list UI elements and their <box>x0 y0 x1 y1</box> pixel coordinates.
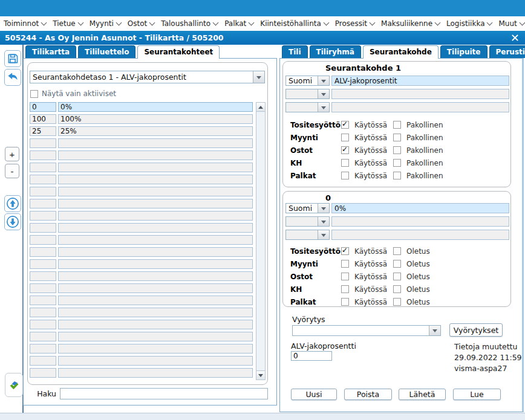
row-name-cell[interactable]: 25% <box>58 126 253 136</box>
row-code-cell[interactable]: 100 <box>30 114 56 124</box>
table-row[interactable] <box>30 138 255 148</box>
table-row[interactable] <box>30 223 255 233</box>
table-row[interactable] <box>30 235 255 245</box>
row-code-cell[interactable] <box>30 138 56 148</box>
row-name-cell[interactable] <box>58 138 253 148</box>
remove-row-button[interactable]: - <box>5 164 19 178</box>
kaytossa-checkbox[interactable] <box>341 146 349 154</box>
option-checkbox[interactable] <box>393 285 401 293</box>
uusi-button[interactable]: Uusi <box>291 389 337 400</box>
language-select[interactable] <box>285 230 330 240</box>
option-checkbox[interactable] <box>393 247 401 255</box>
kaytossa-checkbox[interactable] <box>341 172 349 179</box>
menu-prosessit[interactable]: Prosessit <box>335 19 374 28</box>
row-name-cell[interactable] <box>58 308 253 317</box>
table-row[interactable]: 100100% <box>30 114 255 124</box>
option-checkbox[interactable] <box>393 121 401 129</box>
row-code-cell[interactable] <box>30 150 56 160</box>
row-name-cell[interactable] <box>58 320 253 329</box>
row-name-cell[interactable] <box>58 271 253 281</box>
row-code-cell[interactable] <box>30 271 56 281</box>
language-select[interactable] <box>285 89 330 99</box>
row-code-cell[interactable] <box>30 320 56 329</box>
row-name-cell[interactable] <box>58 163 253 172</box>
menu-toiminnot[interactable]: Toiminnot <box>4 19 46 28</box>
row-code-cell[interactable] <box>30 368 56 378</box>
search-input[interactable] <box>60 388 268 399</box>
tab-tili[interactable]: Tili <box>282 45 308 58</box>
table-row[interactable]: 00% <box>30 102 255 112</box>
table-row[interactable] <box>30 332 255 341</box>
name-field[interactable] <box>331 230 509 240</box>
language-select[interactable] <box>285 102 330 112</box>
menu-palkat[interactable]: Palkat <box>224 19 253 28</box>
row-name-cell[interactable] <box>58 199 253 208</box>
row-name-cell[interactable] <box>58 235 253 245</box>
row-name-cell[interactable] <box>58 175 253 184</box>
tab-seurantakohteet[interactable]: Seurantakohteet <box>137 45 220 59</box>
table-row[interactable] <box>30 259 255 269</box>
menu-taloushallinto[interactable]: Taloushallinto <box>161 19 218 28</box>
menu-myynti[interactable]: Myynti <box>90 19 121 28</box>
table-row[interactable] <box>30 163 255 172</box>
row-code-cell[interactable] <box>30 199 56 208</box>
save-button[interactable] <box>4 50 21 67</box>
row-name-cell[interactable] <box>58 259 253 269</box>
table-row[interactable] <box>30 344 255 354</box>
row-code-cell[interactable]: 25 <box>30 126 56 136</box>
option-checkbox[interactable] <box>393 159 401 167</box>
name-field[interactable] <box>331 102 509 112</box>
row-code-cell[interactable] <box>30 296 56 305</box>
menu-logistiikka[interactable]: Logistiikka <box>446 19 492 28</box>
row-name-cell[interactable] <box>58 344 253 354</box>
row-name-cell[interactable] <box>58 211 253 221</box>
table-row[interactable] <box>30 356 255 366</box>
row-name-cell[interactable] <box>58 187 253 196</box>
language-select[interactable]: Suomi <box>285 203 330 213</box>
laheta-button[interactable]: Lähetä <box>399 389 446 400</box>
alv-input[interactable] <box>291 351 332 361</box>
table-row[interactable] <box>30 368 255 378</box>
row-code-cell[interactable] <box>30 163 56 172</box>
row-code-cell[interactable] <box>30 235 56 245</box>
close-button[interactable] <box>509 33 520 44</box>
table-row[interactable] <box>30 187 255 196</box>
table-row[interactable] <box>30 150 255 160</box>
row-name-cell[interactable] <box>58 283 253 293</box>
menu-kiinteistöhallinta[interactable]: Kiinteistöhallinta <box>260 19 328 28</box>
tab-tilipuite[interactable]: Tilipuite <box>440 45 488 58</box>
row-name-cell[interactable] <box>58 296 253 305</box>
row-code-cell[interactable] <box>30 356 56 366</box>
language-select[interactable]: Suomi <box>285 76 330 86</box>
tab-tiliryhmä[interactable]: Tiliryhmä <box>310 45 361 58</box>
option-checkbox[interactable] <box>393 298 401 306</box>
row-code-cell[interactable]: 0 <box>30 102 56 112</box>
row-name-cell[interactable]: 100% <box>58 114 253 124</box>
row-code-cell[interactable] <box>30 259 56 269</box>
row-code-cell[interactable] <box>30 223 56 233</box>
row-code-cell[interactable] <box>30 187 56 196</box>
move-up-button[interactable] <box>4 195 21 212</box>
table-row[interactable] <box>30 271 255 281</box>
kaytossa-checkbox[interactable] <box>341 285 349 293</box>
undo-button[interactable] <box>4 69 21 86</box>
row-code-cell[interactable] <box>30 332 56 341</box>
tab-tilikartta[interactable]: Tilikartta <box>25 45 76 58</box>
table-row[interactable] <box>30 320 255 329</box>
kaytossa-checkbox[interactable] <box>341 134 349 141</box>
row-name-cell[interactable] <box>58 368 253 378</box>
table-scrollbar[interactable] <box>256 102 266 380</box>
row-code-cell[interactable] <box>30 175 56 184</box>
menu-ostot[interactable]: Ostot <box>128 19 154 28</box>
table-row[interactable] <box>30 199 255 208</box>
row-name-cell[interactable] <box>58 247 253 257</box>
app-logo-button[interactable] <box>5 373 23 397</box>
language-select[interactable] <box>285 216 330 227</box>
kaytossa-checkbox[interactable] <box>341 298 349 306</box>
name-field[interactable] <box>331 89 509 99</box>
menu-muut[interactable]: Muut <box>498 19 524 28</box>
kaytossa-checkbox[interactable] <box>341 121 349 129</box>
row-name-cell[interactable] <box>58 356 253 366</box>
menu-tietue[interactable]: Tietue <box>53 19 82 28</box>
scroll-down-icon[interactable] <box>256 370 265 380</box>
